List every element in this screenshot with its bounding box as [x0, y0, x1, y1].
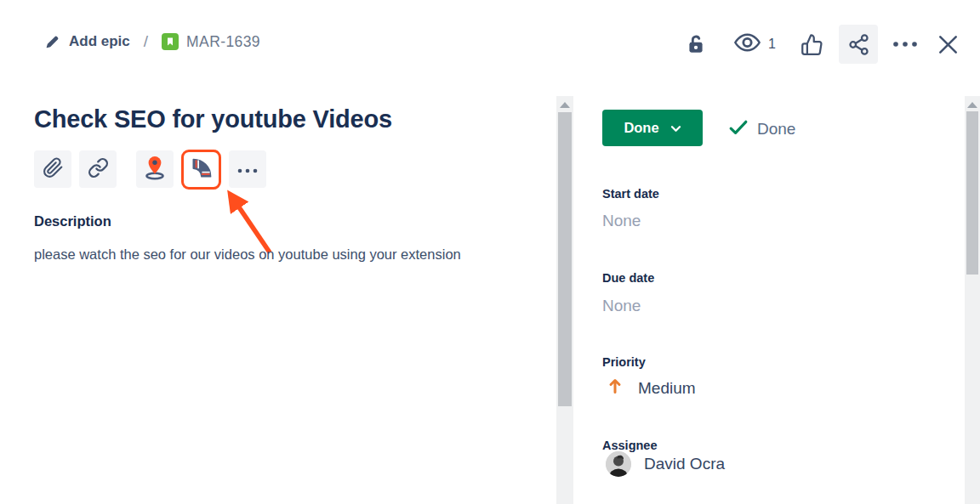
issue-key-link[interactable]: MAR-1639	[186, 33, 260, 51]
map-pin-icon	[143, 155, 167, 184]
panel-scrollbar[interactable]	[965, 96, 980, 504]
toolbar-more-button[interactable]	[229, 150, 266, 188]
description-text[interactable]: please watch the seo for our videos on y…	[34, 241, 461, 268]
status-dropdown-button[interactable]: Done	[602, 110, 703, 146]
edit-pencil-icon	[45, 35, 60, 49]
priority-value-row[interactable]: Medium	[608, 377, 696, 399]
thumbs-up-icon[interactable]	[798, 25, 825, 63]
start-date-label: Start date	[602, 187, 659, 201]
checkmark-icon	[728, 119, 749, 140]
description-label: Description	[34, 213, 111, 229]
priority-value: Medium	[638, 379, 696, 398]
scroll-up-icon[interactable]	[967, 102, 977, 108]
link-button[interactable]	[79, 150, 117, 188]
chevron-down-icon	[670, 120, 681, 136]
add-epic-button[interactable]: Add epic	[69, 33, 130, 50]
share-icon[interactable]	[839, 25, 878, 64]
ellipsis-icon	[237, 161, 258, 177]
priority-medium-icon	[608, 377, 622, 399]
start-date-value[interactable]: None	[602, 212, 641, 230]
due-date-label: Due date	[602, 271, 654, 285]
story-type-icon	[162, 33, 179, 50]
resolution-indicator: Done	[728, 118, 795, 140]
header-actions: 1	[683, 25, 961, 64]
boomerang-icon	[190, 156, 214, 184]
attach-button[interactable]	[34, 150, 71, 188]
breadcrumb-separator: /	[144, 32, 148, 51]
status-button-label: Done	[624, 120, 658, 136]
issue-title[interactable]: Check SEO for youtube Videos	[34, 105, 527, 133]
resolution-text: Done	[757, 120, 795, 139]
link-icon	[88, 157, 109, 182]
content-scrollbar-thumb[interactable]	[558, 112, 572, 406]
location-button[interactable]	[136, 150, 174, 188]
issue-toolbar	[34, 150, 274, 190]
eye-icon[interactable]	[734, 32, 761, 56]
panel-scrollbar-thumb[interactable]	[966, 111, 978, 275]
due-date-value[interactable]: None	[602, 297, 641, 315]
watchers-count: 1	[768, 37, 776, 52]
priority-label: Priority	[602, 355, 646, 369]
assignee-value-row[interactable]: David Ocra	[606, 451, 725, 477]
close-icon[interactable]	[934, 25, 961, 63]
avatar	[606, 451, 631, 477]
more-actions-icon[interactable]	[889, 25, 921, 63]
breadcrumb: Add epic / MAR-1639	[45, 32, 260, 51]
unlock-icon[interactable]	[683, 25, 709, 63]
assignee-value: David Ocra	[644, 455, 725, 473]
paperclip-icon	[43, 157, 64, 182]
boomerang-extension-button[interactable]	[181, 150, 221, 190]
assignee-label: Assignee	[602, 439, 657, 452]
content-scrollbar[interactable]	[556, 96, 573, 504]
watchers-group[interactable]: 1	[734, 25, 776, 63]
scroll-up-icon[interactable]	[560, 102, 570, 108]
